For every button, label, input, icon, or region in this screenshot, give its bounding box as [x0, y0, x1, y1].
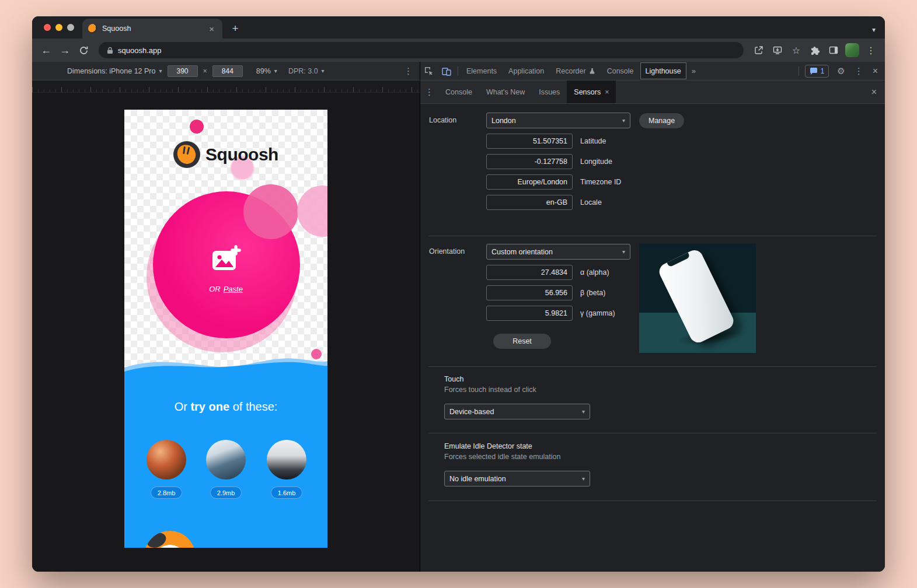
squoosh-page: Squoosh [124, 110, 327, 548]
size-badge: 2.8mb [151, 487, 182, 499]
gamma-label: γ (gamma) [580, 309, 615, 317]
avatar [845, 43, 859, 57]
devtools-close-button[interactable]: × [868, 66, 883, 76]
new-tab-button[interactable]: + [227, 20, 243, 37]
reset-button[interactable]: Reset [493, 334, 551, 349]
beta-input[interactable] [486, 285, 573, 300]
divider [428, 501, 876, 501]
height-input[interactable] [212, 65, 243, 77]
side-panel-button[interactable] [825, 43, 842, 58]
devtools-menu-button[interactable]: ⋮ [850, 66, 868, 76]
idle-select[interactable]: No idle emulation ▾ [444, 471, 590, 487]
extensions-button[interactable] [807, 43, 823, 58]
browser-menu-button[interactable]: ⋮ [863, 43, 879, 58]
manage-button[interactable]: Manage [639, 113, 684, 128]
try-one-headline: Or try one of these: [124, 400, 327, 414]
width-input[interactable] [168, 65, 198, 77]
address-toolbar: ← → squoosh.app ☆ [32, 38, 885, 62]
alpha-input[interactable] [486, 265, 573, 280]
tab-bar: Squoosh × + ▾ [32, 16, 885, 38]
share-button[interactable] [751, 43, 767, 58]
chevron-down-icon: ▾ [322, 68, 325, 74]
drawer-menu-button[interactable]: ⋮ [420, 87, 438, 97]
orientation-preview[interactable] [639, 244, 756, 353]
pink-blob-right [297, 186, 327, 237]
location-select[interactable]: London ▾ [486, 113, 630, 128]
dpr-value: DPR: 3.0 [288, 67, 318, 75]
add-image-button[interactable] [211, 245, 241, 273]
idle-subtitle: Forces selected idle state emulation [444, 453, 876, 461]
url-text: squoosh.app [118, 46, 161, 55]
separator [458, 66, 458, 76]
address-bar[interactable]: squoosh.app [99, 42, 744, 58]
zoom-dropdown[interactable]: 89% ▾ [256, 67, 277, 75]
tab-lighthouse[interactable]: Lighthouse [640, 62, 687, 80]
size-badge: 2.9mb [210, 487, 242, 499]
tab-elements[interactable]: Elements [461, 62, 503, 80]
tab-close-icon[interactable]: × [207, 23, 217, 34]
ruler [32, 80, 420, 93]
or-label: OR [209, 285, 221, 293]
latitude-input[interactable] [486, 134, 573, 149]
traffic-light-zoom[interactable] [67, 24, 74, 31]
gamma-input[interactable] [486, 306, 573, 321]
device-toolbar-menu-icon[interactable]: ⋮ [404, 66, 413, 76]
dimensions-dropdown[interactable]: Dimensions: iPhone 12 Pro ▾ [67, 67, 162, 75]
traffic-lights [32, 24, 74, 38]
demo-image-phone[interactable] [267, 440, 306, 480]
tab-title: Squoosh [102, 24, 202, 33]
sensors-tab-close-icon[interactable]: × [605, 88, 609, 96]
drawer-tab-sensors[interactable]: Sensors × [567, 80, 616, 103]
orientation-label: Orientation [429, 244, 486, 349]
tab-console[interactable]: Console [601, 62, 640, 80]
issues-counter[interactable]: 1 [805, 65, 829, 78]
drawer-tab-console[interactable]: Console [438, 80, 479, 103]
browser-tab[interactable]: Squoosh × [82, 19, 222, 38]
viewport: Squoosh [32, 93, 420, 572]
divider [428, 433, 876, 433]
pink-blob-top-right [243, 184, 298, 239]
back-button[interactable]: ← [38, 42, 54, 58]
tab-search-chevron-icon[interactable]: ▾ [872, 26, 876, 34]
tab-recorder[interactable]: Recorder [550, 62, 601, 80]
profile-avatar[interactable] [844, 43, 860, 58]
squoosh-logo: Squoosh [124, 141, 327, 168]
orientation-select[interactable]: Custom orientation ▾ [486, 244, 630, 260]
locale-input[interactable] [486, 195, 573, 210]
idle-title: Emulate Idle Detector state [444, 442, 876, 450]
demo-image-red-panda[interactable] [147, 440, 186, 480]
more-tabs-button[interactable]: » [687, 66, 700, 75]
chevron-down-icon: ▾ [622, 249, 625, 255]
bookmark-button[interactable]: ☆ [788, 43, 804, 58]
size-badge: 1.6mb [271, 487, 302, 499]
tab-application[interactable]: Application [503, 62, 550, 80]
chevron-down-icon: ▾ [622, 117, 625, 124]
inspect-button[interactable] [420, 64, 438, 79]
demo-image-photographer[interactable] [206, 440, 246, 480]
device-toolbar-toggle[interactable] [438, 64, 455, 79]
timezone-input[interactable] [486, 174, 573, 190]
dpr-dropdown[interactable]: DPR: 3.0 ▾ [288, 67, 325, 75]
idle-select-value: No idle emulation [449, 475, 506, 483]
drawer-tab-whats-new[interactable]: What's New [479, 80, 532, 103]
locale-label: Locale [580, 198, 602, 206]
reload-button[interactable] [75, 42, 92, 58]
install-app-button[interactable] [769, 43, 786, 58]
timezone-label: Timezone ID [580, 178, 621, 186]
traffic-light-close[interactable] [44, 24, 51, 31]
paste-link[interactable]: Paste [224, 285, 243, 293]
blue-wave [124, 354, 327, 377]
longitude-input[interactable] [486, 154, 573, 169]
device-toolbar: Dimensions: iPhone 12 Pro ▾ × 89% ▾ DPR:… [32, 62, 420, 80]
alpha-label: α (alpha) [580, 268, 609, 276]
squoosh-favicon-icon [88, 24, 97, 33]
divider [428, 236, 876, 236]
phone-model [657, 247, 737, 345]
drawer-tab-issues[interactable]: Issues [532, 80, 567, 103]
touch-select[interactable]: Device-based ▾ [444, 404, 590, 419]
drawer-close-button[interactable]: × [867, 87, 881, 97]
longitude-label: Longitude [580, 158, 612, 166]
traffic-light-minimize[interactable] [55, 24, 62, 31]
forward-button[interactable]: → [57, 42, 73, 58]
settings-gear-button[interactable]: ⚙ [832, 66, 849, 76]
